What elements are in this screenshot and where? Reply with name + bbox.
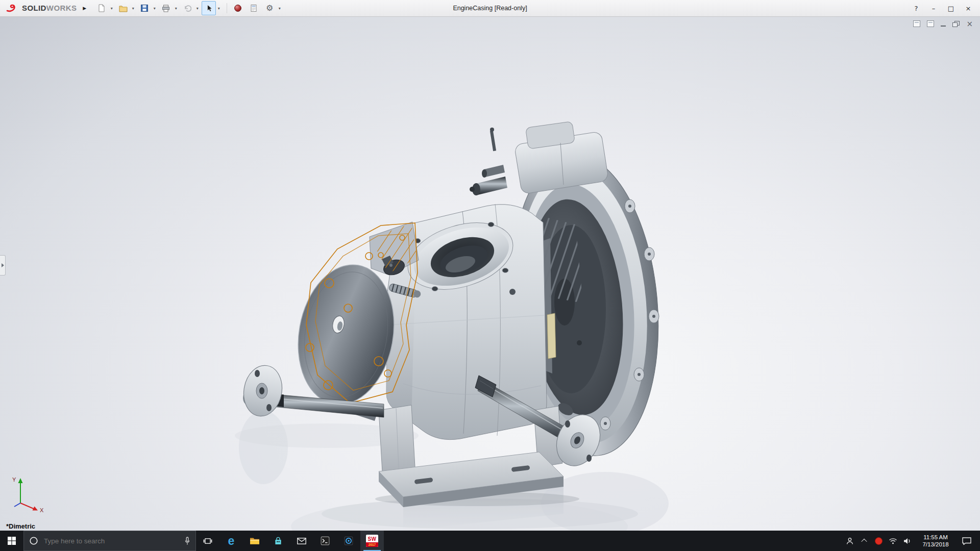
appearance-sphere-icon xyxy=(234,4,242,12)
open-folder-icon xyxy=(119,5,128,12)
featuremanager-expand-tab[interactable] xyxy=(0,255,6,276)
document-window-icon[interactable] xyxy=(927,20,934,27)
command-prompt-button[interactable] xyxy=(313,531,337,551)
viewport-canvas[interactable] xyxy=(0,16,980,531)
antivirus-icon xyxy=(875,537,883,545)
edge-button[interactable]: e xyxy=(219,531,243,551)
command-prompt-icon xyxy=(321,536,330,545)
open-button[interactable] xyxy=(116,1,130,15)
taskbar: e xyxy=(0,531,980,551)
help-button[interactable]: ? xyxy=(908,1,925,16)
windows-logo-icon xyxy=(8,537,16,545)
volume-button[interactable] xyxy=(900,531,914,551)
quick-access-toolbar: ▾ ▾ ▾ xyxy=(94,1,284,15)
file-explorer-button[interactable] xyxy=(243,531,266,551)
doc-restore-icon[interactable] xyxy=(952,21,960,27)
brand-text-works: WORKS xyxy=(46,4,77,12)
titlebar: SOLIDWORKS ▶ ▾ ▾ xyxy=(0,0,980,17)
toolbar-separator xyxy=(227,3,227,13)
edge-icon: e xyxy=(228,535,235,547)
triad-x-label: X xyxy=(40,507,44,513)
undo-button[interactable] xyxy=(180,1,194,15)
solidworks-app-button[interactable]: SW 2017 xyxy=(360,531,384,551)
menu-expand-button[interactable]: ▶ xyxy=(81,4,88,13)
document-title: EngineCasing [Read-only] xyxy=(453,0,527,16)
print-button[interactable] xyxy=(159,1,173,15)
orientation-triad: Y X xyxy=(8,475,51,514)
print-dropdown-caret[interactable]: ▾ xyxy=(173,6,179,11)
antivirus-tray-button[interactable] xyxy=(871,531,886,551)
save-icon xyxy=(140,4,149,12)
save-dropdown-caret[interactable]: ▾ xyxy=(152,6,157,11)
action-center-icon xyxy=(962,537,971,545)
select-dropdown-caret[interactable]: ▾ xyxy=(216,6,222,11)
new-document-button[interactable] xyxy=(94,1,109,15)
tray-overflow-button[interactable] xyxy=(857,531,871,551)
undo-icon xyxy=(183,5,191,12)
people-icon xyxy=(846,537,854,545)
minimize-button[interactable]: – xyxy=(925,1,942,16)
chevron-right-icon xyxy=(2,263,4,267)
window-controls: ? – □ × xyxy=(908,1,977,16)
solidworks-window: SOLIDWORKS ▶ ▾ ▾ xyxy=(0,0,980,551)
sw-icon-year: 2017 xyxy=(366,542,378,547)
clock-date: 7/13/2018 xyxy=(922,541,948,548)
mail-button[interactable] xyxy=(290,531,313,551)
action-center-button[interactable] xyxy=(957,531,976,551)
maximize-button[interactable]: □ xyxy=(942,1,960,16)
blue-circle-app-button[interactable] xyxy=(337,531,360,551)
document-window-icon[interactable] xyxy=(913,20,920,27)
microphone-icon[interactable] xyxy=(184,537,190,545)
engine-casing-model[interactable] xyxy=(240,121,670,507)
ds-logo-icon xyxy=(6,4,19,13)
brand-text-solid: SOLID xyxy=(22,4,46,12)
chevron-up-icon xyxy=(861,539,867,544)
solidworks-logo: SOLIDWORKS xyxy=(6,4,77,13)
blue-circle-app-icon xyxy=(344,536,353,545)
taskbar-search[interactable] xyxy=(23,531,196,551)
wifi-icon xyxy=(889,538,897,544)
new-document-icon xyxy=(97,4,106,12)
volume-icon xyxy=(903,538,911,544)
options-dropdown-caret[interactable]: ▾ xyxy=(277,6,282,11)
doc-close-icon[interactable]: × xyxy=(966,21,973,27)
search-input[interactable] xyxy=(43,537,180,545)
store-icon xyxy=(274,537,282,545)
start-button[interactable] xyxy=(0,531,23,551)
file-properties-icon xyxy=(250,4,258,12)
print-icon xyxy=(162,5,170,12)
mail-icon xyxy=(297,538,306,544)
file-properties-button[interactable] xyxy=(247,1,261,15)
undo-dropdown-caret[interactable]: ▾ xyxy=(194,6,200,11)
taskbar-clock[interactable]: 11:55 AM 7/13/2018 xyxy=(914,534,957,548)
cortana-icon xyxy=(29,536,38,545)
open-dropdown-caret[interactable]: ▾ xyxy=(130,6,136,11)
people-button[interactable] xyxy=(843,531,857,551)
edit-appearance-button[interactable] xyxy=(231,1,245,15)
select-cursor-icon xyxy=(205,4,213,12)
document-window-controls: × xyxy=(913,20,973,27)
doc-minimize-icon[interactable] xyxy=(941,21,946,27)
select-tool-button[interactable] xyxy=(202,1,216,15)
gear-icon: ⚙ xyxy=(266,4,273,12)
file-explorer-icon xyxy=(250,537,260,545)
store-button[interactable] xyxy=(266,531,290,551)
close-button[interactable]: × xyxy=(960,1,977,16)
solidworks-app-icon: SW 2017 xyxy=(366,535,378,547)
triad-y-label: Y xyxy=(12,477,16,483)
new-dropdown-caret[interactable]: ▾ xyxy=(109,6,114,11)
task-view-button[interactable] xyxy=(196,531,219,551)
system-tray: 11:55 AM 7/13/2018 xyxy=(843,531,980,551)
task-view-icon xyxy=(203,538,212,544)
options-button[interactable]: ⚙ xyxy=(262,1,277,15)
graphics-area[interactable]: × Y X *Dimetric xyxy=(0,16,980,531)
view-orientation-label: *Dimetric xyxy=(6,522,35,530)
network-button[interactable] xyxy=(886,531,900,551)
sw-icon-letters: SW xyxy=(368,536,376,542)
save-button[interactable] xyxy=(137,1,152,15)
clock-time: 11:55 AM xyxy=(923,534,948,541)
